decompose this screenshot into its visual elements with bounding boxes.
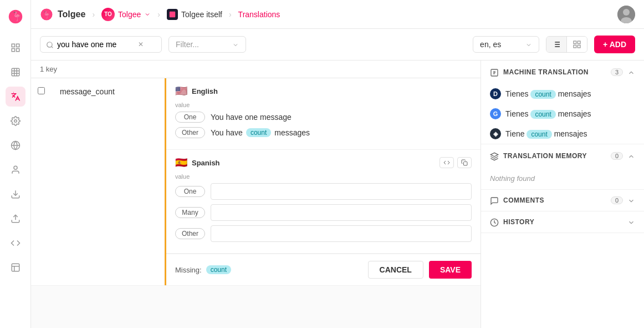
mt-item-deepl[interactable]: D Tienes count mensajes bbox=[481, 84, 644, 104]
translation-memory-icon bbox=[490, 151, 499, 161]
mt-item-aws[interactable]: ◈ Tiene count mensajes bbox=[481, 124, 644, 144]
breadcrumb-org[interactable]: TO Tolgee bbox=[101, 8, 151, 21]
english-value-label: value bbox=[175, 102, 472, 108]
svg-point-14 bbox=[14, 166, 17, 169]
spanish-lang-name: Spanish bbox=[192, 159, 220, 167]
history-section: HISTORY bbox=[481, 211, 644, 233]
cancel-button[interactable]: CANCEL bbox=[368, 261, 423, 279]
mt-item-google[interactable]: G Tienes count mensajes bbox=[481, 104, 644, 124]
spanish-plural-tag-one: One bbox=[175, 186, 205, 197]
mt-text-deepl: Tienes count mensajes bbox=[505, 89, 591, 98]
machine-translation-icon bbox=[490, 67, 499, 77]
breadcrumb-project[interactable]: Tolgee itself bbox=[167, 9, 222, 20]
selected-languages: en, es bbox=[480, 40, 501, 49]
filter-chevron-icon bbox=[232, 40, 239, 49]
content-area: 1 key message_count 🇺🇸 bbox=[31, 60, 644, 328]
spanish-lang-actions bbox=[439, 157, 472, 168]
breadcrumb: 🦩 Tolgee › TO Tolgee › Tolgee itself › T… bbox=[40, 8, 280, 21]
comments-badge: 0 bbox=[611, 196, 623, 204]
spanish-other-input[interactable] bbox=[211, 225, 472, 242]
history-icon bbox=[490, 217, 499, 227]
grid-view-button[interactable] bbox=[566, 37, 587, 52]
grid-icon[interactable] bbox=[6, 62, 25, 82]
svg-rect-38 bbox=[464, 162, 468, 166]
code-view-button[interactable] bbox=[439, 157, 454, 168]
breadcrumb-sep-3: › bbox=[229, 10, 232, 19]
translations-icon[interactable] bbox=[6, 87, 25, 107]
count-badge-mt3: count bbox=[527, 130, 551, 139]
machine-translation-badge: 3 bbox=[611, 68, 623, 76]
org-initials: TO bbox=[101, 8, 115, 21]
breadcrumb-sep-1: › bbox=[92, 10, 95, 19]
svg-point-24 bbox=[623, 9, 630, 16]
missing-row: Missing: count CANCEL SAVE bbox=[166, 254, 481, 285]
keys-count: 1 key bbox=[31, 60, 481, 78]
svg-rect-4 bbox=[12, 49, 14, 52]
english-plural-other: Other You have count messages bbox=[175, 127, 472, 138]
dashboard-icon[interactable] bbox=[6, 38, 25, 58]
count-badge-english: count bbox=[246, 128, 271, 137]
machine-translation-title: MACHINE TRANSLATION bbox=[503, 68, 606, 76]
spanish-plural-many: Many bbox=[175, 204, 472, 221]
comments-icon bbox=[490, 195, 499, 205]
layout-icon[interactable] bbox=[6, 258, 25, 277]
count-badge-missing: count bbox=[206, 265, 231, 274]
spanish-plural-tag-many: Many bbox=[175, 207, 205, 218]
comments-header[interactable]: COMMENTS 0 bbox=[481, 190, 644, 211]
app-logo-nav: 🦩 bbox=[40, 8, 53, 21]
save-button[interactable]: SAVE bbox=[429, 261, 472, 279]
key-name: message_count bbox=[55, 78, 166, 285]
spanish-many-input[interactable] bbox=[211, 204, 472, 221]
plural-tag-other: Other bbox=[175, 127, 205, 138]
spanish-one-input[interactable] bbox=[211, 183, 472, 200]
keys-panel: 1 key message_count 🇺🇸 bbox=[31, 60, 481, 328]
translation-memory-header[interactable]: TRANSLATION MEMORY 0 bbox=[481, 144, 644, 168]
list-view-button[interactable] bbox=[546, 37, 566, 52]
users-icon[interactable] bbox=[6, 160, 25, 180]
machine-translation-header[interactable]: MACHINE TRANSLATION 3 bbox=[481, 60, 644, 84]
right-panel: MACHINE TRANSLATION 3 D Tienes count men… bbox=[481, 60, 644, 328]
history-toggle-icon bbox=[627, 218, 635, 226]
svg-rect-17 bbox=[12, 264, 19, 271]
svg-point-11 bbox=[14, 120, 17, 123]
svg-rect-3 bbox=[16, 44, 19, 47]
svg-rect-2 bbox=[12, 44, 14, 47]
search-box[interactable]: ✕ bbox=[40, 36, 162, 53]
lang-chevron-icon bbox=[525, 40, 532, 49]
plural-tag-one: One bbox=[175, 112, 205, 123]
app-name: Tolgee bbox=[58, 9, 85, 19]
machine-translation-toggle-icon bbox=[627, 68, 635, 77]
globe-icon[interactable] bbox=[6, 135, 25, 155]
copy-button[interactable] bbox=[457, 157, 472, 168]
deepl-icon: D bbox=[490, 88, 501, 99]
export-icon[interactable] bbox=[6, 209, 25, 229]
table-row: message_count 🇺🇸 English value bbox=[31, 78, 481, 286]
import-icon[interactable] bbox=[6, 184, 25, 204]
spanish-lang-header: 🇪🇸 Spanish bbox=[175, 157, 472, 169]
settings-icon[interactable] bbox=[6, 111, 25, 131]
user-avatar[interactable] bbox=[617, 6, 635, 23]
svg-rect-6 bbox=[12, 68, 19, 76]
history-header[interactable]: HISTORY bbox=[481, 211, 644, 233]
view-toggle bbox=[546, 36, 587, 53]
comments-title: COMMENTS bbox=[503, 196, 606, 204]
svg-rect-35 bbox=[577, 41, 580, 44]
mt-text-aws: Tiene count mensajes bbox=[505, 129, 587, 138]
add-button[interactable]: + ADD bbox=[594, 36, 635, 53]
row-checkbox[interactable] bbox=[38, 87, 45, 94]
filter-dropdown[interactable]: Filter... bbox=[168, 36, 246, 53]
clear-search-icon[interactable]: ✕ bbox=[138, 41, 144, 48]
keys-table: message_count 🇺🇸 English value bbox=[31, 78, 481, 328]
spanish-plural-other: Other bbox=[175, 225, 472, 242]
mt-text-google: Tienes count mensajes bbox=[505, 109, 591, 118]
code-icon[interactable] bbox=[6, 233, 25, 253]
english-flag: 🇺🇸 bbox=[175, 85, 187, 97]
svg-text:🦩: 🦩 bbox=[43, 10, 51, 18]
translation-memory-section: TRANSLATION MEMORY 0 Nothing found bbox=[481, 144, 644, 190]
english-plural-one: One You have one message bbox=[175, 112, 472, 123]
language-selector[interactable]: en, es bbox=[473, 36, 539, 53]
app-logo[interactable]: 🦩 bbox=[6, 7, 25, 27]
breadcrumb-sep-2: › bbox=[157, 10, 160, 19]
search-input[interactable] bbox=[57, 40, 135, 49]
filter-placeholder: Filter... bbox=[176, 40, 199, 49]
